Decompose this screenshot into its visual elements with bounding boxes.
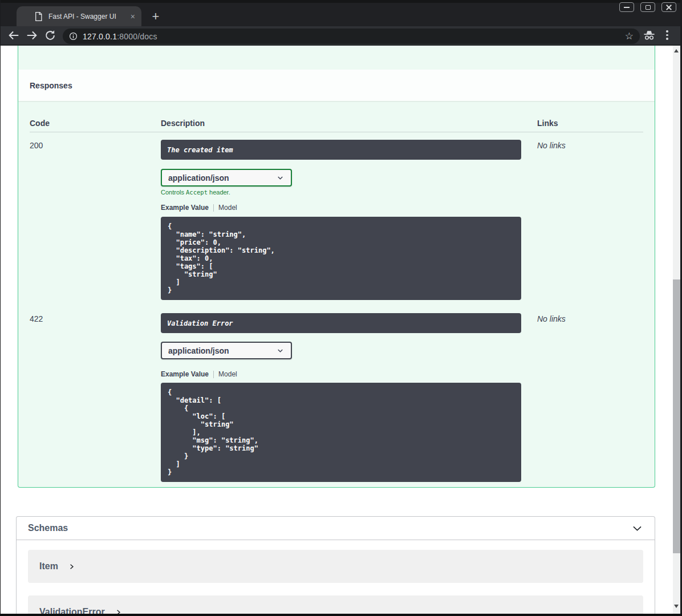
title-bar: Fast API - Swagger UI × + [0, 0, 682, 26]
scrollbar-thumb[interactable] [673, 279, 680, 553]
maximize-button[interactable] [640, 2, 655, 12]
tab-example-value[interactable]: Example Value [161, 204, 209, 212]
media-type-select[interactable]: application/json [161, 342, 292, 359]
tab-title: Fast API - Swagger UI [48, 13, 131, 21]
schema-model-validationerror[interactable]: ValidationError [28, 595, 643, 614]
browser-tab[interactable]: Fast API - Swagger UI × [17, 6, 141, 26]
site-info-icon[interactable] [69, 32, 78, 40]
tab-separator [213, 204, 214, 212]
tab-close-icon[interactable]: × [131, 13, 135, 21]
new-tab-button[interactable]: + [147, 8, 164, 25]
maximize-icon [646, 5, 651, 10]
tab-model[interactable]: Model [218, 370, 237, 378]
close-icon [666, 5, 672, 10]
response-links: No links [537, 306, 643, 482]
forward-button[interactable] [26, 29, 38, 42]
browser-window: Fast API - Swagger UI × + 127.0.0.1:8000… [0, 0, 682, 616]
close-button[interactable] [661, 2, 676, 12]
responses-section-header: Responses [18, 70, 655, 101]
bookmark-star-icon[interactable]: ☆ [625, 30, 634, 43]
response-row-422: 422 Validation Error application/json Ex… [30, 306, 643, 482]
reload-button[interactable] [44, 29, 56, 42]
tab-separator [213, 371, 214, 378]
schemas-section: Schemas Item ValidationError [16, 516, 655, 614]
back-button[interactable] [7, 29, 20, 42]
minimize-icon [624, 7, 630, 8]
responses-table-head: Code Description Links [30, 101, 643, 132]
chevron-right-icon[interactable] [68, 563, 75, 570]
scroll-down-icon[interactable] [674, 605, 679, 608]
tab-example-value[interactable]: Example Value [161, 370, 209, 378]
example-model-tabs: Example Value Model [161, 204, 537, 212]
example-json-block: { "detail": [ { "loc": [ "string" ], "ms… [161, 383, 521, 482]
incognito-icon [643, 29, 656, 43]
page-favicon-icon [35, 12, 42, 21]
response-description: The created item [161, 140, 521, 160]
accept-header-note: Controls Accept header. [161, 189, 537, 196]
col-header-description: Description [161, 119, 537, 128]
example-model-tabs: Example Value Model [161, 370, 537, 378]
schemas-title: Schemas [28, 523, 68, 533]
page-content: Responses Code Description Links 200 The… [1, 46, 680, 614]
window-controls [619, 2, 676, 12]
response-row-200: 200 The created item application/json Co… [30, 132, 643, 300]
page-scrollbar[interactable] [673, 46, 680, 614]
url-text: 127.0.0.1:8000/docs [83, 32, 157, 41]
browser-menu-icon[interactable] [666, 30, 668, 42]
response-code: 200 [30, 132, 161, 300]
example-json-block: { "name": "string", "price": 0, "descrip… [161, 217, 521, 300]
schemas-header[interactable]: Schemas [17, 517, 655, 540]
responses-table: Code Description Links 200 The created i… [30, 101, 643, 482]
chevron-down-icon[interactable] [631, 522, 643, 534]
scroll-up-icon[interactable] [674, 49, 679, 52]
chevron-right-icon[interactable] [115, 609, 122, 614]
media-type-select[interactable]: application/json [161, 169, 292, 187]
col-header-links: Links [537, 119, 643, 128]
response-code: 422 [30, 306, 161, 482]
address-bar[interactable]: 127.0.0.1:8000/docs ☆ [63, 29, 640, 44]
response-description: Validation Error [161, 313, 521, 333]
response-links: No links [537, 132, 643, 300]
minimize-button[interactable] [619, 2, 634, 12]
responses-title: Responses [30, 81, 72, 90]
chevron-down-icon [276, 173, 285, 182]
opblock-panel: Responses Code Description Links 200 The… [18, 46, 655, 488]
chevron-down-icon [276, 346, 285, 355]
tab-model[interactable]: Model [218, 204, 237, 212]
col-header-code: Code [30, 119, 161, 128]
schema-model-item[interactable]: Item [28, 550, 643, 583]
